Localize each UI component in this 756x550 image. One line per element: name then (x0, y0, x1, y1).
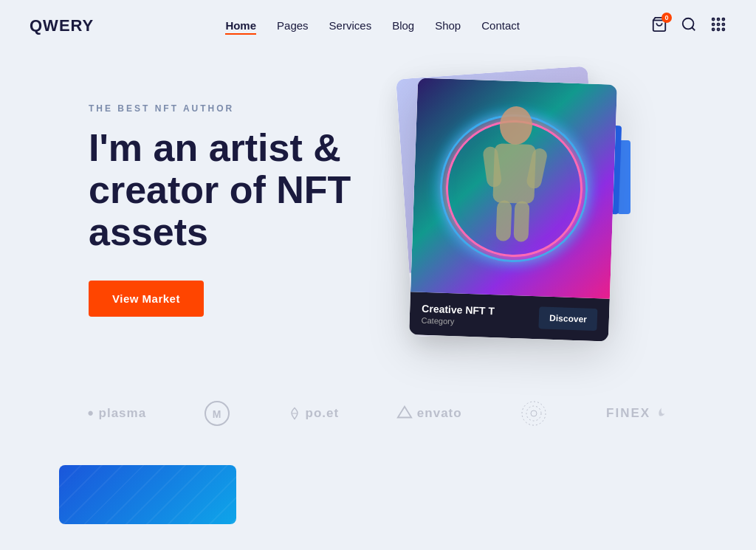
iota-icon (519, 399, 549, 428)
svg-rect-6 (712, 24, 715, 26)
figure-svg (475, 102, 554, 252)
search-button[interactable] (681, 16, 697, 35)
partners-section: • plasma M po.et envato FINEX (0, 377, 756, 450)
blue-section (59, 465, 236, 524)
cart-badge: 0 (662, 13, 672, 23)
svg-text:M: M (213, 408, 222, 420)
partner-iota (519, 399, 549, 428)
svg-rect-9 (712, 29, 715, 31)
svg-rect-16 (496, 200, 512, 241)
nft-card-wrap: Creative NFT T Category Discover (413, 81, 613, 338)
blue-section-inner (59, 465, 236, 524)
nav-icons: 0 (651, 16, 726, 35)
partner-envato: envato (396, 405, 462, 422)
nav-link-shop[interactable]: Shop (435, 19, 461, 32)
svg-marker-21 (398, 407, 411, 418)
plasma-icon: • (88, 404, 94, 423)
nav-item-services[interactable]: Services (329, 19, 372, 32)
nav-item-pages[interactable]: Pages (277, 19, 309, 32)
nav-links: Home Pages Services Blog Shop Contact (225, 19, 520, 32)
svg-point-12 (499, 106, 533, 145)
nav-link-contact[interactable]: Contact (481, 19, 520, 32)
partner-poet: po.et (288, 406, 340, 421)
grid-icon (710, 16, 726, 32)
brand-logo[interactable]: QWERY (30, 16, 94, 35)
svg-rect-11 (723, 29, 725, 31)
svg-point-24 (531, 410, 537, 416)
partner-finex: FINEX (606, 406, 668, 421)
hero-section: THE BEST NFT AUTHOR I'm an artist & crea… (0, 52, 756, 369)
nav-link-services[interactable]: Services (329, 19, 372, 32)
envato-label: envato (417, 406, 462, 421)
card-title: Creative NFT T (422, 303, 495, 317)
nft-card[interactable]: Creative NFT T Category Discover (409, 78, 617, 341)
svg-line-2 (692, 27, 695, 30)
view-market-button[interactable]: View Market (89, 281, 204, 317)
hero-title: I'm an artist & creator of NFT assets (89, 127, 443, 254)
finex-icon (655, 407, 668, 420)
nav-link-pages[interactable]: Pages (277, 19, 309, 32)
svg-rect-5 (723, 18, 725, 21)
poet-label: po.et (306, 406, 340, 421)
nav-link-blog[interactable]: Blog (392, 19, 414, 32)
svg-point-22 (522, 402, 546, 425)
svg-rect-8 (723, 24, 725, 26)
svg-rect-7 (718, 24, 720, 26)
svg-point-23 (526, 406, 541, 421)
card-info: Creative NFT T Category (421, 303, 495, 327)
plasma-label: plasma (99, 406, 147, 421)
nav-link-home[interactable]: Home (225, 19, 256, 35)
grid-menu-button[interactable] (710, 16, 726, 35)
svg-rect-10 (718, 29, 720, 31)
discover-button[interactable]: Discover (539, 306, 598, 331)
navbar: QWERY Home Pages Services Blog Shop Cont… (0, 0, 756, 52)
card-category: Category (421, 316, 494, 327)
partner-plasma: • plasma (88, 404, 146, 423)
nav-item-blog[interactable]: Blog (392, 19, 414, 32)
hero-text: THE BEST NFT AUTHOR I'm an artist & crea… (89, 74, 443, 317)
svg-point-1 (683, 18, 694, 30)
poet-icon (288, 407, 301, 420)
hero-tag: THE BEST NFT AUTHOR (89, 103, 443, 114)
nav-item-shop[interactable]: Shop (435, 19, 461, 32)
envato-icon (396, 405, 413, 422)
coinmarketcap-icon: M (204, 400, 230, 427)
search-icon (681, 16, 697, 32)
svg-rect-3 (712, 18, 715, 21)
svg-rect-4 (718, 18, 720, 21)
nav-item-contact[interactable]: Contact (481, 19, 520, 32)
cart-button[interactable]: 0 (651, 16, 667, 35)
card-bottom: Creative NFT T Category Discover (409, 292, 610, 341)
partner-coinmarketcap: M (204, 400, 230, 427)
card-image (410, 78, 617, 298)
finex-label: FINEX (606, 406, 650, 421)
nav-item-home[interactable]: Home (225, 19, 256, 32)
svg-rect-17 (513, 201, 529, 242)
